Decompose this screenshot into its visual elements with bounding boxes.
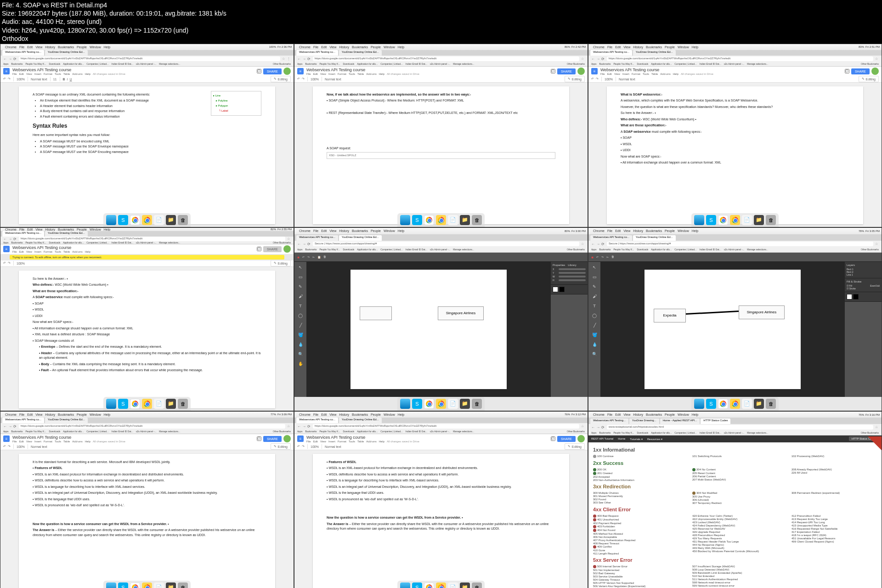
address-bar[interactable]: https://docs.google.com/document/d/1q4vY… bbox=[19, 57, 280, 61]
tab-youdraw[interactable]: YouDraw Drawing Online Ed... bbox=[45, 50, 88, 56]
github-ribbon-icon[interactable] bbox=[868, 436, 882, 450]
status-code-item[interactable]: 422 Unprocessable Entity (WebDAV) bbox=[692, 518, 778, 520]
status-code-item[interactable]: 404 Not Found bbox=[593, 529, 678, 532]
reload-icon[interactable]: ⟳ bbox=[13, 57, 17, 61]
diagram-connector[interactable] bbox=[686, 311, 739, 315]
status-code-item[interactable]: 410 Gone bbox=[593, 549, 678, 552]
dock-skype-icon[interactable]: S bbox=[118, 215, 128, 225]
status-code-item[interactable]: 418 I'm a teapot (RFC 2324) bbox=[792, 534, 877, 537]
docs-canvas[interactable]: ▸ Line ▸ Polyline ▸ Polygon └ Label A SO… bbox=[0, 83, 294, 227]
status-code-item[interactable]: 413 Request Entity Too Large bbox=[792, 518, 877, 520]
status-code-item[interactable]: 499 Client Closed Request (Nginx) bbox=[792, 540, 877, 543]
http-status-codes-page[interactable]: 1xx Informational 100 Continue101 Switch… bbox=[588, 442, 882, 588]
editing-mode[interactable]: ✎Editing bbox=[271, 76, 291, 82]
status-code-item[interactable]: 505 HTTP Version Not Supported bbox=[593, 582, 678, 584]
ps-canvas-area[interactable]: Singapore Airlines bbox=[306, 262, 551, 397]
diagram-box-expedia[interactable]: Expedia bbox=[654, 309, 686, 322]
menu-icon[interactable]: ⋮ bbox=[287, 57, 291, 61]
status-code-item[interactable]: 425 Reserved for WebDAV bbox=[692, 527, 778, 530]
status-code-item[interactable]: 509 Bandwidth Limit Exceeded (Apache) bbox=[692, 571, 778, 574]
status-code-item[interactable]: 414 Request-URI Too Long bbox=[792, 521, 877, 524]
status-code-item[interactable]: 510 Not Extended bbox=[692, 575, 778, 577]
status-code-item[interactable]: 406 Not Acceptable bbox=[593, 536, 678, 538]
shape-tool-icon[interactable]: ◯ bbox=[296, 311, 305, 320]
status-code-item[interactable]: 407 Proxy Authentication Required bbox=[593, 539, 678, 542]
status-code-item[interactable]: 508 Loop Detected (WebDAV) bbox=[692, 568, 778, 571]
status-code-item[interactable]: 411 Length Required bbox=[593, 552, 678, 555]
status-code-item[interactable]: 420 Enhance Your Calm (Twitter) bbox=[692, 514, 778, 517]
screenshot-grid: Chrome FileEditViewHistoryBookmarksPeopl… bbox=[0, 44, 882, 588]
comments-icon[interactable]: 💬 bbox=[257, 69, 261, 74]
fill-tool-icon[interactable]: 🪣 bbox=[296, 331, 305, 339]
doc-title[interactable]: Webservices API Testing course bbox=[12, 68, 254, 72]
status-code-item[interactable]: 506 Variant Also Negotiates (Experimenta… bbox=[593, 585, 678, 588]
status-code-item[interactable]: 444 No Response (Nginx) bbox=[692, 543, 778, 546]
dock-chrome-icon[interactable] bbox=[130, 215, 140, 225]
user-avatar[interactable] bbox=[283, 68, 291, 75]
status-code-item[interactable]: 451 Unavailable For Legal Reasons bbox=[792, 537, 877, 540]
status-code-item[interactable]: 450 Blocked by Windows Parental Controls… bbox=[692, 550, 778, 553]
status-code-item[interactable]: 503 Service Unavailable bbox=[593, 575, 678, 578]
status-code-item[interactable]: 502 Bad Gateway bbox=[593, 572, 678, 575]
status-code-item[interactable]: 501 Not Implemented bbox=[593, 569, 678, 571]
status-code-item[interactable]: 405 Method Not Allowed bbox=[593, 532, 678, 535]
status-code-item[interactable]: 511 Network Authentication Required bbox=[692, 578, 778, 581]
status-code-item[interactable]: 401 Unauthorized bbox=[593, 518, 678, 521]
select-tool-icon[interactable]: ▭ bbox=[296, 273, 305, 281]
ps-logo-icon[interactable]: ◉ bbox=[297, 255, 300, 259]
text-tool-icon[interactable]: T bbox=[296, 302, 305, 310]
diagram-box-sa[interactable]: Singapore Airlines bbox=[739, 305, 785, 319]
status-code-item[interactable]: 428 Precondition Required bbox=[692, 534, 778, 537]
status-code-item[interactable]: 408 Request Timeout bbox=[593, 542, 678, 545]
status-code-item[interactable]: 598 Network read timeout error bbox=[692, 581, 778, 584]
status-code-item[interactable]: 500 Internal Server Error bbox=[593, 565, 678, 568]
dock-notes-icon[interactable]: 📄 bbox=[154, 215, 164, 225]
status-code-item[interactable]: 426 Upgrade Required bbox=[692, 531, 778, 533]
dock-finder-icon[interactable] bbox=[106, 215, 116, 225]
status-code-item[interactable]: 416 Requested Range Not Satisfiable bbox=[792, 527, 877, 530]
dock-trash-icon[interactable]: 🗑 bbox=[178, 215, 188, 225]
eyedrop-tool-icon[interactable]: 💧 bbox=[296, 340, 305, 349]
status-code-item[interactable]: 431 Request Header Fields Too Large bbox=[692, 540, 778, 543]
status-code-item[interactable]: 599 Network connect timeout error bbox=[692, 584, 778, 587]
status-code-item[interactable]: 507 Insufficient Storage (WebDAV) bbox=[692, 565, 778, 568]
dock-folder-icon[interactable]: 📁 bbox=[166, 215, 176, 225]
status-code-item[interactable]: 423 Locked (WebDAV) bbox=[692, 521, 778, 524]
pen-tool-icon[interactable]: ✎ bbox=[296, 283, 305, 291]
status-code-item[interactable]: 402 Payment Required bbox=[593, 522, 678, 525]
diagram-box-empty[interactable] bbox=[360, 306, 392, 320]
status-code-item[interactable]: 409 Conflict bbox=[593, 545, 678, 548]
chrome-toolbar: ←→⟳ https://docs.google.com/document/d/1… bbox=[0, 56, 294, 62]
status-code-item[interactable]: 400 Bad Request bbox=[593, 514, 678, 518]
status-code-item[interactable]: 417 Expectation Failed bbox=[792, 531, 877, 533]
hand-tool-icon[interactable]: ✋ bbox=[296, 360, 305, 368]
status-code-item[interactable]: 412 Precondition Failed bbox=[792, 514, 877, 517]
back-icon[interactable]: ← bbox=[3, 57, 7, 61]
line-tool-icon[interactable]: ╱ bbox=[296, 321, 305, 329]
status-code-item[interactable]: 429 Too Many Requests bbox=[692, 537, 778, 540]
move-tool-icon[interactable]: ↖ bbox=[296, 263, 305, 271]
brush-tool-icon[interactable]: 🖌 bbox=[296, 292, 305, 300]
docs-toolbar: ↶↷ 100% Normal text 11 BIU ✎Editing bbox=[0, 76, 294, 83]
share-button[interactable]: SHARE bbox=[263, 68, 282, 74]
dock-canary-icon[interactable] bbox=[142, 215, 152, 225]
section-4xx: 4xx Client Error bbox=[593, 507, 877, 512]
docs-app-icon[interactable]: ≡ bbox=[3, 68, 10, 74]
status-code-item[interactable]: 424 Failed Dependency (WebDAV) bbox=[692, 524, 778, 527]
drawing-app: ◉ ↶↷✂📋🗑 ↖ ▭ ✎ 🖌 T ◯ ╱ 🪣 💧 🔍 ✋ bbox=[294, 253, 588, 397]
ps-right-panels: PropertiesLibrary X Y W H bbox=[551, 262, 588, 397]
diagram-box-sa[interactable]: Singapore Airlines bbox=[438, 306, 484, 320]
app-name[interactable]: Chrome bbox=[5, 45, 17, 49]
section-2xx: 2xx Success bbox=[593, 460, 877, 466]
status-code-item[interactable]: 504 Gateway Timeout bbox=[593, 578, 678, 581]
fwd-icon[interactable]: → bbox=[8, 57, 12, 61]
star-icon[interactable]: ☆ bbox=[282, 57, 286, 61]
zoom-tool-icon[interactable]: 🔍 bbox=[296, 350, 305, 358]
status-code-item[interactable]: 403 Forbidden bbox=[593, 525, 678, 528]
status-code-item[interactable]: 415 Unsupported Media Type bbox=[792, 524, 877, 527]
bookmarks-bar: AppsBookmarksPeople You May K...Download… bbox=[0, 62, 294, 67]
tab-docs[interactable]: Webservices API Testing co... bbox=[2, 50, 44, 56]
status-code-item[interactable]: 449 Retry With (Microsoft) bbox=[692, 547, 778, 549]
ps-top-toolbar: ◉ ↶↷✂📋🗑 bbox=[294, 253, 588, 262]
section-3xx: 3xx Redirection bbox=[593, 484, 877, 489]
